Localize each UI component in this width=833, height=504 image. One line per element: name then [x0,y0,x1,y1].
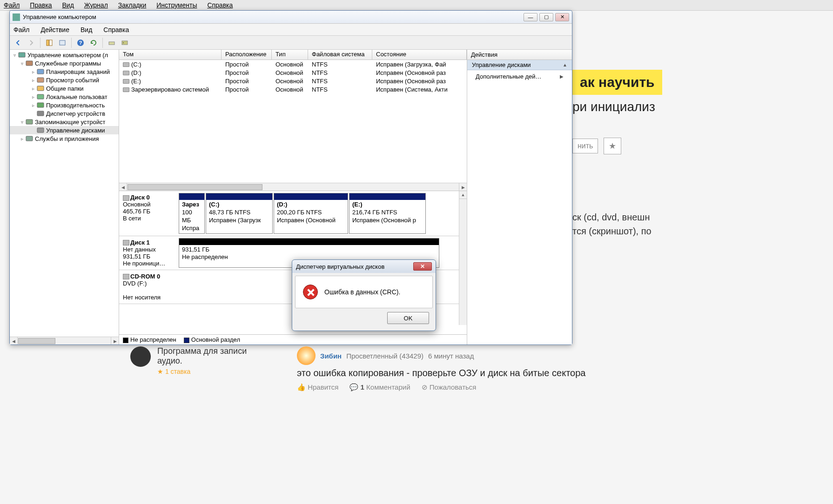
partition[interactable]: (D:)200,20 ГБ NTFSИсправен (Основной [274,193,348,234]
tree-item-folder[interactable]: ▹Общие папки [10,84,119,93]
expander-icon[interactable]: ▿ [12,53,17,58]
volume-row[interactable]: (D:)ПростойОсновнойNTFSИсправен (Основно… [119,68,467,77]
disk-label: CD-ROM 0DVD (F:)Нет носителя [119,270,177,304]
flag-icon: ⊘ [422,383,428,391]
answer-user[interactable]: Зибин [320,352,342,360]
action-group-disk-mgmt[interactable]: Управление дисками▲ [467,60,572,70]
expander-icon[interactable]: ▿ [19,119,25,125]
tree-item-storage[interactable]: ▿Запоминающие устройст [10,118,119,126]
close-button[interactable]: ✕ [555,13,569,21]
action-more[interactable]: Дополнительные дей…▶ [467,70,572,83]
expander-icon[interactable]: ▹ [30,94,36,99]
menu-view[interactable]: Вид [62,1,74,9]
svg-rect-5 [109,42,114,45]
ok-button[interactable]: OK [387,312,429,324]
svg-rect-15 [37,111,44,116]
avatar [130,346,151,367]
expander-icon[interactable]: ▹ [19,136,25,141]
tree-item-label: Запоминающие устройст [35,119,106,126]
help-button[interactable]: ? [75,37,86,48]
tree-item-device[interactable]: Диспетчер устройств [10,109,119,118]
partition[interactable]: Зарез100 МБИспра [179,193,205,234]
disk-settings-button[interactable] [106,37,117,48]
toolbar: ? [10,36,572,50]
refresh-button[interactable] [88,37,99,48]
col-volume[interactable]: Том [119,50,222,60]
maximize-button[interactable]: ▢ [539,13,553,21]
svg-point-7 [123,42,124,43]
dialog-titlebar[interactable]: Диспетчер виртуальных дисков ✕ [292,260,436,273]
scroll-left-icon[interactable]: ◀ [119,183,127,191]
col-fs[interactable]: Файловая система [308,50,372,60]
expander-icon[interactable]: ▹ [30,69,36,74]
menu-bookmarks[interactable]: Закладки [118,1,147,9]
scroll-thumb[interactable] [18,338,55,344]
answer-text: это ошибка копирования - проверьте ОЗУ и… [297,368,824,378]
disks-icon [37,126,44,134]
show-hide-tree-button[interactable] [44,37,55,48]
report-button[interactable]: ⊘ Пожаловаться [422,383,477,391]
volume-row[interactable]: (E:)ПростойОсновнойNTFSИсправен (Основно… [119,77,467,85]
tree-item-label: Управление дисками [46,127,105,134]
tree-item-clock[interactable]: ▹Планировщик заданий [10,67,119,76]
expander-icon[interactable]: ▹ [30,103,36,108]
menu-file[interactable]: Файл [4,1,20,9]
tree-item-computer[interactable]: ▿Управление компьютером (л [10,51,119,59]
svg-rect-17 [37,128,44,133]
tree-item-tools[interactable]: ▿Служебные программы [10,59,119,67]
properties-button[interactable] [57,37,68,48]
bg-text-1: ск (cd, dvd, внешн [572,210,833,224]
disk-view-button[interactable] [119,37,130,48]
comment-icon: 💬 [349,383,358,391]
disk-vscrollbar[interactable]: ▲ [459,191,467,325]
menu-help[interactable]: Справка [207,1,233,9]
menu-file[interactable]: Файл [13,26,29,33]
disk-row[interactable]: Диск 0Основной465,76 ГБВ сетиЗарез100 МБ… [119,191,467,236]
back-button[interactable] [13,37,24,48]
forward-button[interactable] [26,37,37,48]
partition[interactable]: (C:)48,73 ГБ NTFSИсправен (Загрузк [206,193,273,234]
tree-item-perf[interactable]: ▹Производительность [10,101,119,109]
disk-icon [123,274,129,279]
scroll-right-icon[interactable]: ▶ [459,183,467,191]
volume-hscrollbar[interactable]: ◀ ▶ [119,183,467,191]
partition[interactable]: (E:)216,74 ГБ NTFSИсправен (Основной р [349,193,426,234]
volume-row[interactable]: (C:)ПростойОсновнойNTFSИсправен (Загрузк… [119,60,467,68]
star-button[interactable]: ★ [604,138,621,154]
menu-action[interactable]: Действие [40,26,69,33]
save-button-frag[interactable]: нить [572,139,598,153]
bg-subtitle: ри инициализ [572,99,833,114]
scroll-right-icon[interactable]: ▶ [111,337,119,345]
menu-tools[interactable]: Инструменты [156,1,197,9]
scroll-left-icon[interactable]: ◀ [10,337,18,345]
menu-history[interactable]: Журнал [84,1,108,9]
scroll-up-icon[interactable]: ▲ [459,191,467,199]
col-layout[interactable]: Расположение [222,50,272,60]
disk-label: Диск 1Нет данных931,51 ГБНе проиници… [119,236,177,270]
col-type[interactable]: Тип [272,50,308,60]
col-status[interactable]: Состояние [372,50,467,60]
menu-view[interactable]: Вид [81,26,92,33]
recommendation-item[interactable]: Программа для записи аудио. ★ 1 ставка [130,346,269,391]
tree-item-disks[interactable]: Управление дисками [10,126,119,134]
minimize-button[interactable]: — [524,13,537,21]
volume-row[interactable]: Зарезервировано системойПростойОсновнойN… [119,85,467,93]
expander-icon[interactable]: ▹ [30,78,36,83]
users-icon [37,93,44,100]
like-button[interactable]: 👍 Нравится [297,383,338,391]
titlebar[interactable]: Управление компьютером — ▢ ✕ [10,11,572,24]
background-page: ак научить ри инициализ нить ★ ск (cd, d… [572,70,833,238]
menu-help[interactable]: Справка [103,26,129,33]
svg-rect-0 [47,40,49,46]
comments-button[interactable]: 💬 1 Комментарий [349,383,410,391]
menu-edit[interactable]: Правка [30,1,52,9]
dialog-close-button[interactable]: ✕ [413,262,432,271]
scroll-thumb[interactable] [128,184,262,190]
expander-icon[interactable]: ▹ [30,86,36,91]
expander-icon[interactable]: ▿ [19,61,25,66]
tree-hscrollbar[interactable]: ◀ ▶ [10,337,119,345]
tree-item-services[interactable]: ▹Службы и приложения [10,134,119,143]
tree-item-users[interactable]: ▹Локальные пользоват [10,93,119,101]
tree-panel: ▿Управление компьютером (л▿Служебные про… [10,50,119,345]
tree-item-events[interactable]: ▹Просмотр событий [10,76,119,84]
